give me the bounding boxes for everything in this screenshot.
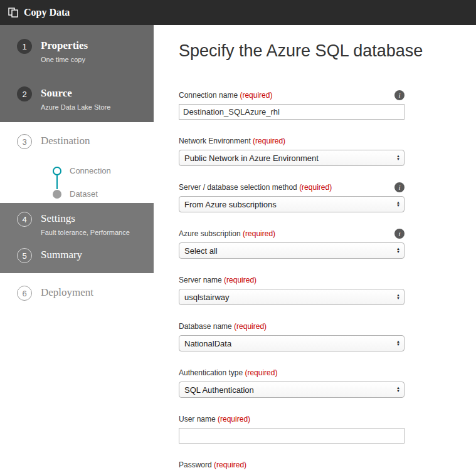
field-label: Server name (required) xyxy=(179,276,257,284)
required-marker: (required) xyxy=(240,91,272,100)
field-password: Password (required) xyxy=(179,460,405,473)
sql-database-form: Connection name (required) i Network Env… xyxy=(179,90,405,473)
step-label: Source xyxy=(41,86,110,101)
required-marker: (required) xyxy=(218,415,250,424)
step-subtitle: Azure Data Lake Store xyxy=(41,103,110,111)
required-marker: (required) xyxy=(245,368,277,377)
field-selection-method: Server / database selection method (requ… xyxy=(179,182,405,212)
select-arrows-icon: ▲▼ xyxy=(396,201,400,207)
step-subtitle: One time copy xyxy=(41,56,88,63)
select-arrows-icon: ▲▼ xyxy=(396,387,400,393)
field-label: User name (required) xyxy=(179,415,250,424)
step-deployment[interactable]: 6 Deployment xyxy=(0,285,154,301)
step-circle: 1 xyxy=(17,39,32,54)
field-connection-name: Connection name (required) i xyxy=(179,90,405,120)
database-name-select[interactable]: NationalData ▲▼ xyxy=(179,335,405,351)
field-label: Authentication type (required) xyxy=(179,368,277,377)
destination-substeps: Connection Dataset xyxy=(53,159,154,205)
authentication-type-select[interactable]: SQL Authentication ▲▼ xyxy=(179,382,405,398)
required-marker: (required) xyxy=(253,137,285,145)
field-azure-subscription: Azure subscription (required) i Select a… xyxy=(179,229,405,259)
azure-subscription-select[interactable]: Select all ▲▼ xyxy=(179,242,405,259)
field-label: Password (required) xyxy=(179,460,246,469)
step-destination[interactable]: 3 Destination xyxy=(0,133,154,149)
select-value: usqlstairway xyxy=(184,293,230,302)
info-icon[interactable]: i xyxy=(394,229,405,239)
step-circle: 6 xyxy=(17,286,32,301)
select-arrows-icon: ▲▼ xyxy=(396,340,400,346)
step-label: Settings xyxy=(41,211,130,226)
field-server-name: Server name (required) usqlstairway ▲▼ xyxy=(179,275,405,305)
app-header: Copy Data xyxy=(0,0,476,25)
substep-dataset[interactable]: Dataset xyxy=(53,182,154,205)
select-value: Public Network in Azure Environment xyxy=(184,153,319,163)
step-circle: 5 xyxy=(17,248,32,263)
required-marker: (required) xyxy=(224,276,257,284)
info-icon[interactable]: i xyxy=(394,90,405,100)
step-circle: 4 xyxy=(17,212,32,227)
user-name-input[interactable] xyxy=(179,428,405,444)
step-settings[interactable]: 4 Settings Fault tolerance, Performance xyxy=(0,211,154,236)
field-label: Database name (required) xyxy=(179,322,267,331)
info-icon[interactable]: i xyxy=(394,182,405,192)
step-circle: 3 xyxy=(17,134,32,149)
select-value: From Azure subscriptions xyxy=(184,200,277,209)
network-environment-select[interactable]: Public Network in Azure Environment ▲▼ xyxy=(179,150,405,166)
step-label: Summary xyxy=(41,247,82,262)
select-value: SQL Authentication xyxy=(184,385,254,395)
page-title: Specify the Azure SQL database xyxy=(179,41,476,61)
field-user-name: User name (required) xyxy=(179,414,405,444)
form-panel: Specify the Azure SQL database Connectio… xyxy=(154,25,476,473)
substep-active-circle xyxy=(53,167,61,175)
step-properties[interactable]: 1 Properties One time copy xyxy=(0,38,154,63)
required-marker: (required) xyxy=(214,460,246,469)
field-authentication-type: Authentication type (required) SQL Authe… xyxy=(179,368,405,398)
step-label: Deployment xyxy=(41,285,93,300)
field-label: Azure subscription (required) xyxy=(179,229,275,238)
select-value: NationalData xyxy=(184,339,231,348)
wizard-steps-sidebar: 1 Properties One time copy 2 Source Azur… xyxy=(0,25,154,473)
step-label: Destination xyxy=(41,133,90,148)
step-source[interactable]: 2 Source Azure Data Lake Store xyxy=(0,86,154,111)
select-arrows-icon: ▲▼ xyxy=(396,247,400,254)
connection-name-input[interactable] xyxy=(179,104,405,120)
field-database-name: Database name (required) NationalData ▲▼ xyxy=(179,321,405,351)
required-marker: (required) xyxy=(299,183,332,192)
select-value: Select all xyxy=(184,246,218,256)
field-network-environment: Network Environment (required) Public Ne… xyxy=(179,136,405,166)
app-title: Copy Data xyxy=(24,7,70,18)
step-label: Properties xyxy=(41,38,88,53)
selection-method-select[interactable]: From Azure subscriptions ▲▼ xyxy=(179,196,405,212)
step-circle: 2 xyxy=(17,86,32,101)
substep-label: Dataset xyxy=(70,189,98,199)
field-label: Network Environment (required) xyxy=(179,137,285,145)
substep-pending-circle xyxy=(53,190,61,199)
step-summary[interactable]: 5 Summary xyxy=(0,247,154,263)
substep-connector-line xyxy=(56,175,58,189)
substep-connection[interactable]: Connection xyxy=(53,159,154,182)
required-marker: (required) xyxy=(234,322,267,331)
select-arrows-icon: ▲▼ xyxy=(396,294,400,300)
field-label: Connection name (required) xyxy=(179,91,272,100)
field-label: Server / database selection method (requ… xyxy=(179,183,332,192)
server-name-select[interactable]: usqlstairway ▲▼ xyxy=(179,289,405,305)
required-marker: (required) xyxy=(243,229,275,238)
step-subtitle: Fault tolerance, Performance xyxy=(41,229,130,236)
copy-data-icon xyxy=(8,8,18,18)
substep-label: Connection xyxy=(70,166,111,175)
select-arrows-icon: ▲▼ xyxy=(396,155,400,161)
